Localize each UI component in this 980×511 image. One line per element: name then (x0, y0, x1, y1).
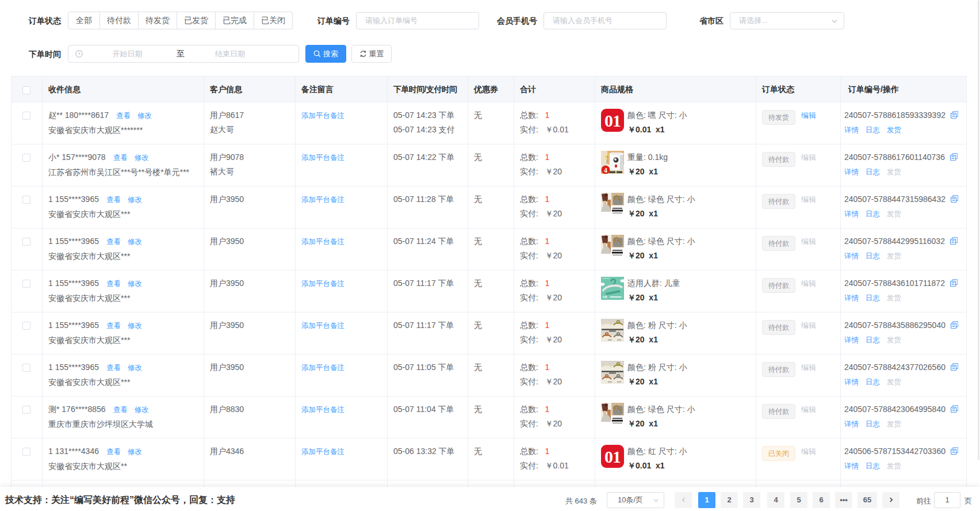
svg-text:U0: U0 (603, 295, 607, 299)
svg-text:01: 01 (604, 111, 621, 130)
svg-text:01: 01 (604, 447, 621, 466)
svg-text:4: 4 (604, 166, 607, 174)
